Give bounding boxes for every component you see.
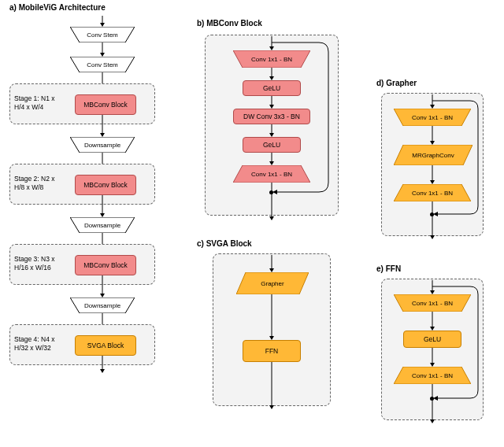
conv-stem-2-label: Conv Stem <box>70 61 135 68</box>
downsample-2: Downsample <box>70 217 135 233</box>
stage4-svga-label: SVGA Block <box>87 342 124 349</box>
svg-marker-68 <box>430 419 435 423</box>
arrow-a-in <box>102 16 103 27</box>
stage3-mbconv: MBConv Block <box>75 255 136 275</box>
svg-marker-39 <box>269 216 274 220</box>
svga-grapher: Grapher <box>236 272 309 294</box>
conv-stem-1: Conv Stem <box>70 27 135 42</box>
stage1-mbconv-label: MBConv Block <box>83 101 128 109</box>
stage3-label: Stage 3: N3 x H/16 x W/16 <box>14 255 55 272</box>
downsample-1: Downsample <box>70 137 135 153</box>
downsample-2-label: Downsample <box>70 222 135 229</box>
arrow-a-5 <box>102 195 103 217</box>
arrow-a-1 <box>102 42 103 57</box>
svga-ffn: FFN <box>243 340 301 362</box>
stage4-label: Stage 4: N4 x H/32 x W/32 <box>14 335 55 352</box>
arrow-a-out <box>102 356 103 373</box>
arrow-b-out <box>271 183 272 220</box>
downsample-1-label: Downsample <box>70 142 135 149</box>
title-d: d) Grapher <box>376 79 417 87</box>
svga-ffn-label: FFN <box>265 347 279 355</box>
grapher-merge-dot <box>430 212 434 216</box>
arrow-c-in <box>271 255 272 272</box>
mbconv-merge-dot <box>269 190 273 194</box>
svg-marker-46 <box>269 405 274 409</box>
arrow-c-1 <box>271 294 272 340</box>
stage1-mbconv: MBConv Block <box>75 94 136 115</box>
ffn-merge-dot <box>430 397 434 401</box>
stage3-mbconv-label: MBConv Block <box>83 261 128 269</box>
title-b: b) MBConv Block <box>197 19 262 28</box>
title-a: a) MobileViG Architecture <box>9 3 106 12</box>
grapher-skip <box>432 101 483 219</box>
stage2-label: Stage 2: N2 x H/8 x W/8 <box>14 175 55 191</box>
stage2-mbconv: MBConv Block <box>75 175 136 195</box>
stage4-svga: SVGA Block <box>75 335 136 356</box>
svg-marker-24 <box>100 369 105 373</box>
conv-stem-1-label: Conv Stem <box>70 31 135 39</box>
ffn-skip <box>432 286 483 403</box>
svga-grapher-label: Grapher <box>236 280 309 287</box>
title-e: e) FFN <box>376 264 401 273</box>
stage2-mbconv-label: MBConv Block <box>83 181 128 189</box>
stage1-label: Stage 1: N1 x H/4 x W/4 <box>14 94 55 111</box>
arrow-c-out <box>271 362 272 409</box>
downsample-3: Downsample <box>70 297 135 313</box>
arrow-a-3 <box>102 115 103 137</box>
mbconv-skip <box>272 42 333 197</box>
svg-marker-57 <box>430 235 435 239</box>
downsample-3-label: Downsample <box>70 302 135 309</box>
conv-stem-2: Conv Stem <box>70 57 135 72</box>
title-c: c) SVGA Block <box>197 239 252 248</box>
arrow-a-7 <box>102 275 103 297</box>
